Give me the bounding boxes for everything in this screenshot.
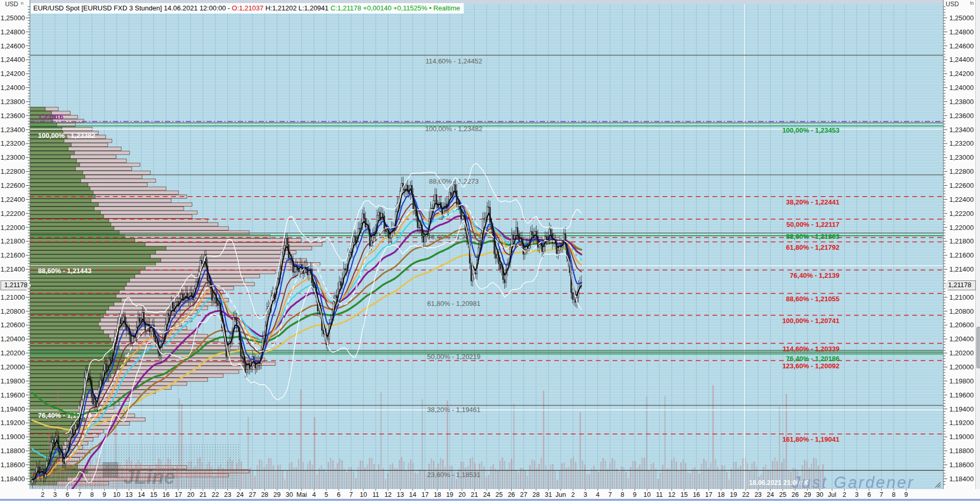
svg-text:123,60% - 1,20092: 123,60% - 1,20092 (782, 362, 839, 370)
svg-text:1,19400: 1,19400 (949, 405, 974, 413)
svg-text:22: 22 (212, 491, 219, 498)
svg-text:61,80% - 1,20981: 61,80% - 1,20981 (427, 300, 481, 307)
svg-text:13: 13 (125, 491, 133, 498)
svg-text:1,19000: 1,19000 (1, 433, 25, 441)
svg-text:76,40% - 1,2139: 76,40% - 1,2139 (790, 272, 839, 279)
svg-text:1,18600: 1,18600 (1, 461, 25, 469)
svg-text:31: 31 (545, 491, 552, 498)
svg-text:1,24400: 1,24400 (949, 56, 974, 63)
svg-text:1,24800: 1,24800 (949, 28, 974, 36)
title-highlow: H:1,21202 L:1,20941 (263, 4, 330, 12)
svg-text:30: 30 (816, 491, 823, 498)
svg-text:1,20600: 1,20600 (949, 321, 974, 329)
svg-text:8: 8 (90, 491, 94, 498)
current-price-tag-left: 1,21178 (1, 280, 31, 290)
svg-text:26: 26 (792, 491, 799, 498)
svg-text:1,24200: 1,24200 (1, 70, 25, 78)
svg-text:19: 19 (446, 491, 453, 498)
svg-text:7: 7 (880, 491, 883, 498)
svg-text:11: 11 (372, 491, 379, 498)
svg-text:27: 27 (249, 491, 256, 498)
signature-watermark: Just Gardener (792, 473, 914, 489)
resize-grip[interactable] (934, 481, 941, 489)
svg-text:1,22400: 1,22400 (949, 196, 974, 203)
svg-text:23: 23 (224, 491, 232, 498)
svg-text:27: 27 (520, 491, 527, 498)
svg-text:26: 26 (508, 491, 515, 498)
svg-text:13: 13 (397, 491, 404, 498)
svg-text:25: 25 (779, 491, 786, 498)
svg-text:1,23200: 1,23200 (949, 139, 974, 147)
svg-text:24: 24 (236, 491, 244, 498)
svg-text:1,20800: 1,20800 (1, 307, 25, 315)
svg-text:1,25000: 1,25000 (949, 14, 974, 22)
svg-text:11: 11 (656, 491, 663, 498)
svg-text:4: 4 (596, 491, 600, 498)
svg-text:Just Gardener: Just Gardener (792, 473, 914, 489)
svg-text:1,22800: 1,22800 (949, 168, 974, 175)
svg-text:1,21000: 1,21000 (949, 293, 974, 301)
svg-text:1,21800: 1,21800 (1, 237, 25, 245)
svg-text:3: 3 (53, 491, 57, 498)
svg-text:1,19200: 1,19200 (949, 419, 974, 427)
svg-text:61,80% - 1,21792: 61,80% - 1,21792 (786, 243, 839, 251)
svg-text:1,24600: 1,24600 (949, 42, 974, 50)
svg-text:8: 8 (620, 491, 624, 498)
svg-text:JLine: JLine (123, 466, 175, 488)
svg-text:6: 6 (66, 491, 69, 498)
right-price-axis[interactable]: USD ln 1,250001,248001,246001,244001,242… (943, 0, 975, 499)
svg-text:1,20400: 1,20400 (949, 335, 974, 343)
svg-text:88,60% - 1,21863: 88,60% - 1,21863 (786, 233, 839, 240)
svg-text:24: 24 (767, 491, 774, 498)
svg-text:6: 6 (337, 491, 340, 498)
svg-text:16: 16 (162, 491, 170, 498)
svg-text:1,24400: 1,24400 (1, 56, 25, 63)
svg-text:100,00% - 1,23482: 100,00% - 1,23482 (425, 125, 482, 133)
svg-text:50,00% - 1,20219: 50,00% - 1,20219 (427, 353, 481, 361)
svg-text:1,23000: 1,23000 (949, 153, 974, 161)
svg-text:1,18800: 1,18800 (949, 447, 974, 455)
svg-text:1,20200: 1,20200 (1, 349, 25, 357)
svg-text:114,60% - 1,20339: 114,60% - 1,20339 (783, 345, 839, 353)
scrollbar-thumb[interactable] (976, 327, 980, 368)
svg-text:28: 28 (532, 491, 540, 498)
svg-text:1,19200: 1,19200 (1, 419, 25, 427)
svg-text:30: 30 (286, 491, 293, 498)
svg-text:10: 10 (113, 491, 120, 498)
chart-plot-area[interactable]: 18.06.2021 21:00:00114,60% - 1,24452100,… (30, 4, 943, 490)
time-axis[interactable]: 236789101314151617202122232427282930Mai4… (0, 489, 980, 499)
svg-text:1,21600: 1,21600 (1, 251, 25, 259)
svg-text:1,18800: 1,18800 (1, 447, 25, 455)
svg-text:88,60% - 1,21055: 88,60% - 1,21055 (786, 295, 839, 303)
svg-text:29: 29 (804, 491, 811, 498)
svg-text:1,18400: 1,18400 (949, 475, 974, 483)
svg-text:15: 15 (150, 491, 157, 498)
svg-text:7: 7 (608, 491, 612, 498)
svg-text:1,22600: 1,22600 (1, 182, 25, 189)
svg-text:1,20200: 1,20200 (949, 349, 974, 357)
svg-text:38,20% - 1,22441: 38,20% - 1,22441 (786, 198, 839, 206)
svg-text:1,19600: 1,19600 (1, 391, 25, 399)
left-price-axis[interactable]: USD n 1,250001,248001,246001,244001,2420… (0, 0, 30, 499)
svg-text:1,21800: 1,21800 (949, 237, 974, 245)
svg-text:1,20400: 1,20400 (1, 335, 25, 343)
svg-text:6: 6 (867, 491, 871, 498)
svg-text:1,19800: 1,19800 (949, 377, 974, 385)
svg-text:23: 23 (755, 491, 762, 498)
right-scrollbar (975, 0, 980, 499)
svg-text:1,22000: 1,22000 (949, 224, 974, 232)
svg-text:4: 4 (312, 491, 316, 498)
svg-text:14: 14 (138, 491, 145, 498)
svg-text:21: 21 (199, 491, 207, 498)
svg-text:17: 17 (422, 491, 429, 498)
svg-text:1,22000: 1,22000 (1, 224, 25, 232)
svg-text:1,20600: 1,20600 (1, 321, 25, 329)
svg-text:1,24200: 1,24200 (949, 70, 974, 78)
svg-text:2: 2 (41, 491, 45, 498)
svg-text:1,23516: 1,23516 (38, 113, 63, 121)
svg-text:50,00% - 1,22117: 50,00% - 1,22117 (786, 221, 839, 228)
chart-title: EUR/USD Spot [EURUSD FXD 3 Stunden] 14.0… (31, 3, 464, 14)
svg-text:100,00% - 1,20741: 100,00% - 1,20741 (782, 317, 839, 325)
svg-text:161,80% - 1,19041: 161,80% - 1,19041 (782, 435, 839, 443)
svg-text:17: 17 (175, 491, 182, 498)
